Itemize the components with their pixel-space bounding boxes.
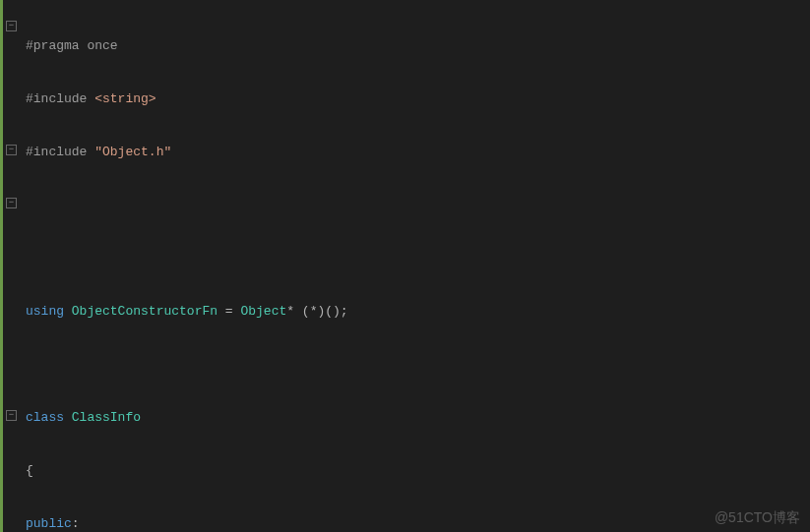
editor-gutter [0,0,22,532]
keyword: class [26,410,72,425]
include-header: <string> [94,91,156,106]
type-name: Object [240,304,286,319]
fold-toggle-icon[interactable] [6,410,17,421]
colon: : [72,516,80,531]
preprocessor: #pragma once [26,38,118,53]
access-specifier: public [26,516,72,531]
change-margin [0,0,3,532]
watermark: @51CTO博客 [715,508,800,526]
fold-toggle-icon[interactable] [6,145,17,155]
operator: = [218,304,240,319]
type-name: ObjectConstructorFn [72,304,218,319]
brace: { [26,463,33,478]
code-text: * (*)(); [286,304,347,319]
fold-toggle-icon[interactable] [6,198,17,208]
class-name: ClassInfo [72,410,141,425]
code-area[interactable]: #pragma once #include <string> #include … [22,0,810,532]
include-header: "Object.h" [94,145,171,159]
keyword: using [26,304,72,319]
code-editor[interactable]: #pragma once #include <string> #include … [0,0,810,532]
include-directive: #include [26,145,94,159]
include-directive: #include [26,91,94,106]
fold-toggle-icon[interactable] [6,21,17,31]
